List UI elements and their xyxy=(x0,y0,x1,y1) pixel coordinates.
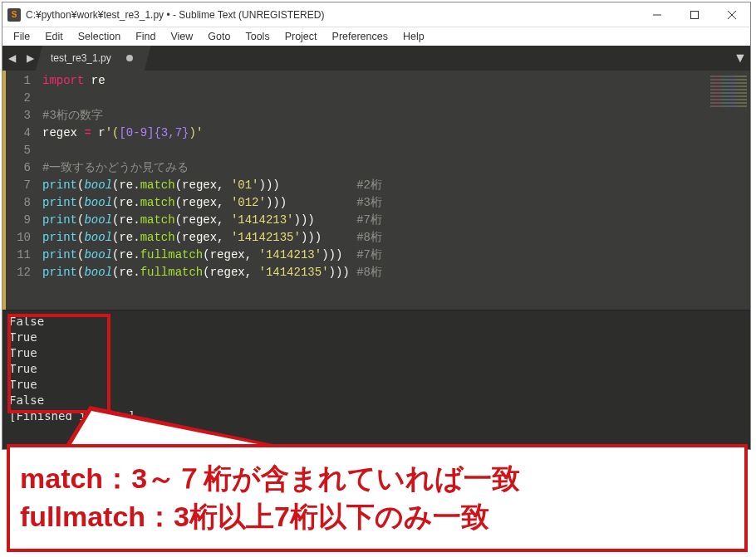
maximize-button[interactable] xyxy=(675,2,713,27)
minimap-line xyxy=(710,76,747,77)
app-icon: S xyxy=(7,8,21,22)
menu-edit[interactable]: Edit xyxy=(37,29,71,44)
console-line: True xyxy=(9,377,744,393)
line-number: 11 xyxy=(6,247,31,264)
console-line: True xyxy=(9,330,744,345)
line-number: 12 xyxy=(6,264,31,281)
menu-find[interactable]: Find xyxy=(128,29,163,44)
line-number: 2 xyxy=(6,90,31,107)
tabbar: ◀ ▶ test_re3_1.py ▼ xyxy=(2,46,750,71)
annotation-line-2: fullmatch：3桁以上7桁以下のみ一致 xyxy=(20,498,734,536)
annotation-callout: match：3～７桁が含まれていれば一致 fullmatch：3桁以上7桁以下の… xyxy=(7,444,748,552)
minimap-line xyxy=(710,105,747,107)
line-number: 5 xyxy=(6,142,31,159)
minimize-button[interactable] xyxy=(638,2,675,27)
code-content[interactable]: import re #3桁の数字 regex = r'([0-9]{3,7})'… xyxy=(42,71,707,310)
annotation-line-1: match：3～７桁が含まれていれば一致 xyxy=(20,460,734,498)
line-number: 10 xyxy=(6,229,31,247)
menu-goto[interactable]: Goto xyxy=(200,29,238,44)
minimap-line xyxy=(710,95,747,97)
line-number: 4 xyxy=(6,125,31,142)
line-number: 6 xyxy=(6,159,31,177)
minimap-line xyxy=(710,79,747,81)
minimize-icon xyxy=(653,11,661,19)
menu-help[interactable]: Help xyxy=(395,29,432,44)
close-button[interactable] xyxy=(713,2,750,27)
close-icon xyxy=(728,11,736,19)
minimap-line xyxy=(710,102,747,104)
tab-next-button[interactable]: ▶ xyxy=(21,46,39,71)
tab-spacer xyxy=(151,46,730,71)
minimap-line xyxy=(710,92,747,94)
line-number: 7 xyxy=(6,177,31,194)
minimap-line xyxy=(710,89,747,90)
menu-view[interactable]: View xyxy=(163,29,200,44)
line-number: 8 xyxy=(6,194,31,212)
line-number: 1 xyxy=(6,72,31,90)
minimap[interactable] xyxy=(707,71,750,310)
tab-prev-button[interactable]: ◀ xyxy=(2,46,21,71)
menu-project[interactable]: Project xyxy=(277,29,325,44)
line-number: 9 xyxy=(6,212,31,229)
dirty-indicator-icon xyxy=(126,55,133,61)
console-line: True xyxy=(9,345,744,361)
tab-dropdown-button[interactable]: ▼ xyxy=(730,46,750,71)
menu-preferences[interactable]: Preferences xyxy=(325,29,395,44)
minimap-line xyxy=(710,86,747,87)
titlebar: S C:¥python¥work¥test_re3_1.py • - Subli… xyxy=(2,2,750,27)
window-controls xyxy=(638,2,750,27)
tab-label: test_re3_1.py xyxy=(51,52,111,64)
tab-file[interactable]: test_re3_1.py xyxy=(36,46,151,71)
app-window: S C:¥python¥work¥test_re3_1.py • - Subli… xyxy=(2,2,751,450)
line-gutter: 1 2 3 4 5 6 7 8 9 10 11 12 xyxy=(2,71,42,310)
editor-area[interactable]: 1 2 3 4 5 6 7 8 9 10 11 12 import re #3桁… xyxy=(2,71,750,310)
menubar: File Edit Selection Find View Goto Tools… xyxy=(2,27,750,46)
console-line: True xyxy=(9,361,744,377)
line-number: 3 xyxy=(6,107,31,125)
menu-selection[interactable]: Selection xyxy=(71,29,128,44)
svg-rect-1 xyxy=(690,11,698,18)
maximize-icon xyxy=(690,11,699,19)
minimap-line xyxy=(710,82,747,84)
console-line: False xyxy=(9,314,744,330)
menu-file[interactable]: File xyxy=(6,29,37,44)
menu-tools[interactable]: Tools xyxy=(238,29,277,44)
annotation-pointer-icon xyxy=(66,406,272,444)
window-title: C:¥python¥work¥test_re3_1.py • - Sublime… xyxy=(26,9,638,21)
minimap-line xyxy=(710,99,747,100)
